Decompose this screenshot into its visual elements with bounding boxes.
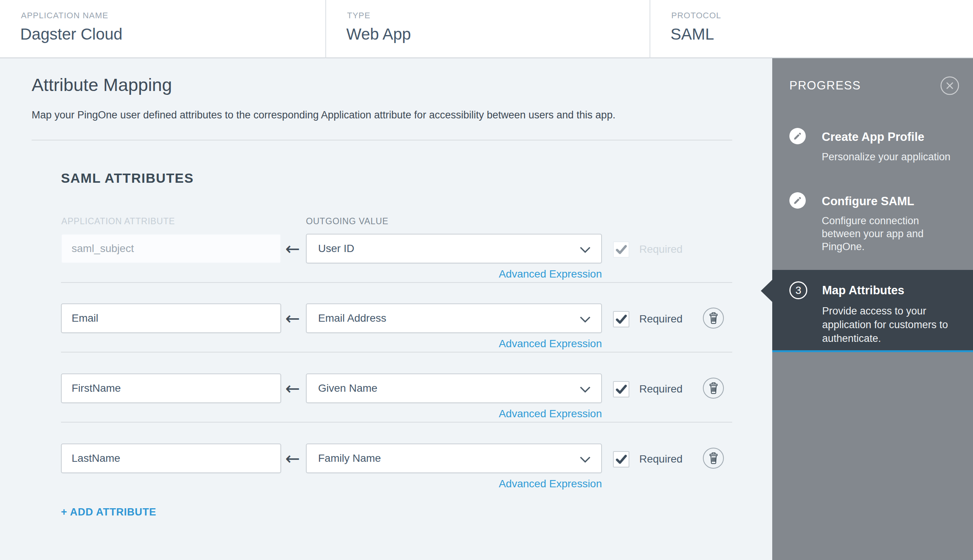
application-attribute-input-firstname[interactable] [61, 373, 281, 403]
divider [61, 352, 732, 353]
progress-panel-title: PROGRESS [789, 79, 861, 93]
required-label: Required [639, 453, 683, 465]
add-attribute-button[interactable]: + ADD ATTRIBUTE [61, 506, 156, 518]
type-field: TYPE Web App [325, 0, 650, 58]
outgoing-value-column-header: OUTGOING VALUE [306, 216, 389, 227]
trash-icon [707, 452, 720, 465]
step-description: Provide access to your application for c… [822, 304, 967, 345]
step-description: Configure connection between your app an… [822, 214, 953, 253]
type-value: Web App [346, 25, 411, 43]
chevron-down-icon [580, 457, 590, 463]
close-icon [940, 76, 960, 95]
close-progress-button[interactable] [940, 76, 960, 95]
application-name-label: APPLICATION NAME [21, 11, 109, 20]
checkmark-icon [616, 455, 627, 464]
application-name-value: Dagster Cloud [20, 25, 122, 43]
protocol-label: PROTOCOL [671, 11, 721, 20]
required-label: Required [639, 383, 683, 395]
pencil-icon [793, 132, 802, 140]
delete-attribute-button[interactable] [703, 308, 724, 328]
required-checkbox[interactable] [613, 381, 629, 397]
outgoing-value-select-email-address[interactable]: Email Address [306, 303, 602, 333]
divider [61, 422, 732, 423]
type-label: TYPE [347, 11, 370, 20]
checkmark-icon [616, 245, 627, 254]
progress-step-map-attributes-active[interactable]: 3 Map Attributes Provide access to your … [772, 270, 973, 352]
left-arrow-icon: ← [283, 303, 302, 333]
step-title[interactable]: Create App Profile [822, 130, 924, 144]
left-arrow-icon: ← [283, 443, 302, 473]
divider [61, 282, 732, 283]
step-title[interactable]: Configure SAML [822, 195, 914, 208]
attribute-mapping-page: APPLICATION NAME Dagster Cloud TYPE Web … [0, 0, 973, 560]
edit-step-button[interactable] [789, 128, 806, 144]
checkmark-icon [616, 385, 627, 394]
chevron-down-icon [580, 317, 590, 322]
required-label: Required [639, 243, 683, 255]
required-checkbox-disabled [613, 242, 629, 258]
delete-attribute-button[interactable] [703, 448, 724, 468]
step-description: Personalize your application [822, 150, 953, 163]
left-arrow-icon: ← [283, 234, 302, 263]
advanced-expression-link[interactable]: Advanced Expression [306, 478, 602, 490]
trash-icon [707, 312, 720, 325]
advanced-expression-link[interactable]: Advanced Expression [306, 268, 602, 280]
protocol-value: SAML [670, 25, 714, 43]
progress-panel: PROGRESS Create App Profile Personalize … [772, 58, 973, 560]
chevron-down-icon [580, 387, 590, 392]
pencil-icon [793, 196, 802, 205]
outgoing-value-select-given-name[interactable]: Given Name [306, 373, 602, 403]
step-number-badge: 3 [789, 281, 807, 299]
application-attribute-input-lastname[interactable] [61, 443, 281, 473]
application-attribute-input-saml-subject [61, 234, 281, 263]
required-label: Required [639, 313, 683, 325]
divider [32, 140, 732, 140]
required-checkbox[interactable] [613, 451, 629, 467]
trash-icon [707, 382, 720, 395]
advanced-expression-link[interactable]: Advanced Expression [306, 338, 602, 350]
application-name-field: APPLICATION NAME Dagster Cloud [0, 0, 325, 58]
left-arrow-icon: ← [283, 373, 302, 403]
delete-attribute-button[interactable] [703, 378, 724, 398]
outgoing-value-select-user-id[interactable]: User ID [306, 234, 602, 263]
advanced-expression-link[interactable]: Advanced Expression [306, 408, 602, 420]
chevron-down-icon [580, 247, 590, 253]
saml-attributes-heading: SAML ATTRIBUTES [61, 170, 194, 186]
step-title: Map Attributes [822, 283, 904, 297]
edit-step-button[interactable] [789, 192, 806, 208]
page-description: Map your PingOne user defined attributes… [32, 109, 615, 121]
application-attribute-input-email[interactable] [61, 303, 281, 333]
outgoing-value-select-family-name[interactable]: Family Name [306, 443, 602, 473]
active-step-pointer [761, 280, 772, 302]
required-checkbox[interactable] [613, 311, 629, 327]
app-summary-header: APPLICATION NAME Dagster Cloud TYPE Web … [0, 0, 973, 58]
application-attribute-column-header: APPLICATION ATTRIBUTE [61, 216, 175, 227]
checkmark-icon [616, 315, 627, 324]
page-title: Attribute Mapping [32, 74, 172, 95]
protocol-field: PROTOCOL SAML [650, 0, 973, 58]
